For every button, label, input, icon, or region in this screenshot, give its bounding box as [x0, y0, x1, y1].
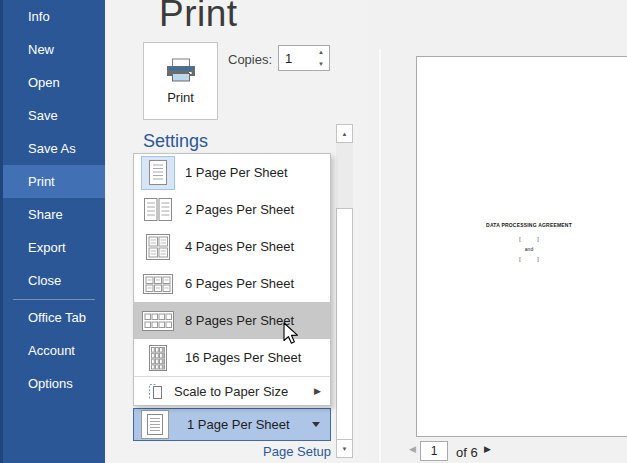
menu-item-label: 8 Pages Per Sheet — [185, 313, 294, 328]
document-text-block: DATA PROCESSING AGREEMENT [ ] and [ ] — [417, 222, 627, 262]
page-count-label: of 6 — [456, 445, 478, 460]
sidebar-item-open[interactable]: Open — [0, 66, 105, 99]
current-page-input[interactable] — [420, 441, 448, 461]
chevron-down-icon — [312, 422, 320, 427]
menu-item-label: 2 Pages Per Sheet — [185, 202, 294, 217]
two-pages-icon — [140, 192, 176, 228]
word-backstage-print-view: Info New Open Save Save As Print Share E… — [0, 0, 627, 463]
document-line: [ ] — [417, 256, 627, 262]
sidebar-left-edge — [0, 0, 3, 463]
sidebar-item-save[interactable]: Save — [0, 99, 105, 132]
sidebar-item-new[interactable]: New — [0, 33, 105, 66]
menu-item-label: Scale to Paper Size — [174, 384, 288, 399]
copies-spin-down-icon[interactable]: ▼ — [313, 58, 329, 70]
document-line: [ ] — [417, 236, 627, 242]
dropdown-selected-value: 1 Page Per Sheet — [187, 417, 290, 432]
menu-item-6-pages-per-sheet[interactable]: 6 Pages Per Sheet — [134, 265, 330, 302]
sidebar-item-office-tab[interactable]: Office Tab — [0, 301, 105, 334]
document-preview-page: DATA PROCESSING AGREEMENT [ ] and [ ] — [416, 56, 627, 437]
menu-item-label: 16 Pages Per Sheet — [185, 350, 301, 365]
eight-pages-icon — [140, 303, 176, 339]
submenu-arrow-icon: ▶ — [314, 386, 321, 396]
copies-spin-buttons: ▲ ▼ — [313, 46, 329, 70]
scrollbar-thumb[interactable] — [336, 208, 353, 440]
six-pages-icon — [140, 266, 176, 302]
four-pages-icon — [140, 229, 176, 265]
print-button-label: Print — [167, 90, 194, 105]
sidebar-item-options[interactable]: Options — [0, 367, 105, 400]
menu-item-label: 1 Page Per Sheet — [185, 165, 288, 180]
menu-item-1-page-per-sheet[interactable]: 1 Page Per Sheet — [134, 154, 330, 191]
print-button[interactable]: Print — [143, 42, 218, 120]
sidebar-item-info[interactable]: Info — [0, 0, 105, 33]
scrollbar-up-arrow-icon[interactable]: ▲ — [336, 124, 353, 143]
backstage-sidebar: Info New Open Save Save As Print Share E… — [0, 0, 105, 463]
copies-input[interactable] — [279, 46, 313, 70]
sidebar-divider — [13, 299, 95, 300]
menu-item-4-pages-per-sheet[interactable]: 4 Pages Per Sheet — [134, 228, 330, 265]
printer-icon — [164, 58, 198, 83]
page-setup-link[interactable]: Page Setup — [133, 444, 331, 459]
print-preview-pane: DATA PROCESSING AGREEMENT [ ] and [ ] ◀ … — [368, 0, 627, 463]
copies-spinner: ▲ ▼ — [278, 45, 330, 71]
scrollbar-down-arrow-icon[interactable]: ▼ — [336, 439, 353, 458]
menu-item-16-pages-per-sheet[interactable]: 16 Pages Per Sheet — [134, 339, 330, 376]
document-title: DATA PROCESSING AGREEMENT — [417, 222, 627, 228]
sidebar-item-share[interactable]: Share — [0, 198, 105, 231]
previous-page-arrow-icon[interactable]: ◀ — [409, 444, 416, 454]
next-page-arrow-icon[interactable]: ▶ — [484, 444, 491, 454]
pages-per-sheet-dropdown-button[interactable]: 1 Page Per Sheet — [133, 408, 331, 441]
sidebar-item-close[interactable]: Close — [0, 264, 105, 297]
scale-to-paper-icon — [147, 383, 163, 400]
page-title: Print — [159, 0, 238, 35]
menu-item-label: 4 Pages Per Sheet — [185, 239, 294, 254]
backstage-nav: Info New Open Save Save As Print Share E… — [0, 0, 105, 400]
pages-per-sheet-menu: 1 Page Per Sheet 2 Pages Per Sheet — [133, 153, 331, 406]
one-page-icon — [141, 410, 169, 439]
document-line: and — [417, 246, 627, 252]
settings-scrollbar[interactable]: ▲ ▼ — [336, 124, 353, 458]
sidebar-item-export[interactable]: Export — [0, 231, 105, 264]
sidebar-item-print[interactable]: Print — [0, 165, 105, 198]
menu-item-2-pages-per-sheet[interactable]: 2 Pages Per Sheet — [134, 191, 330, 228]
sidebar-item-account[interactable]: Account — [0, 334, 105, 367]
preview-divider — [379, 49, 381, 463]
menu-item-label: 6 Pages Per Sheet — [185, 276, 294, 291]
copies-label: Copies: — [228, 52, 272, 67]
menu-item-scale-to-paper-size[interactable]: Scale to Paper Size ▶ — [134, 377, 330, 405]
settings-heading: Settings — [143, 131, 208, 152]
copies-spin-up-icon[interactable]: ▲ — [313, 46, 329, 58]
sidebar-item-save-as[interactable]: Save As — [0, 132, 105, 165]
sixteen-pages-icon — [140, 340, 176, 376]
one-page-icon — [141, 156, 175, 190]
menu-item-8-pages-per-sheet[interactable]: 8 Pages Per Sheet — [134, 302, 330, 339]
